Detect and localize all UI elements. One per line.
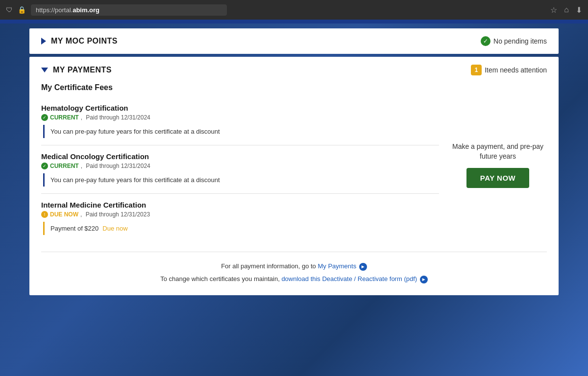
internal-medicine-paid-through-text: Paid through 12/31/2023 — [86, 211, 150, 218]
hematology-status-line: ✓ CURRENT , Paid through 12/31/2024 — [41, 114, 439, 121]
url-prefix: https://portal. — [36, 6, 73, 14]
moc-status-label: No pending items — [493, 37, 547, 45]
oncology-info-box: You can pre-pay future years for this ce… — [43, 173, 439, 187]
internal-medicine-warning-box: Payment of $220 Due now — [43, 222, 439, 235]
star-icon[interactable]: ☆ — [550, 5, 557, 15]
footer-line2-prefix: To change which certificates you maintai… — [160, 275, 281, 282]
attention-label: Item needs attention — [485, 66, 547, 74]
pay-panel: Make a payment, and pre-pay future years… — [449, 83, 547, 242]
address-bar[interactable]: https://portal.abim.org — [31, 4, 227, 16]
internal-medicine-cert-name: Internal Medicine Certification — [41, 201, 439, 209]
moc-section: MY MOC POINTS ✓ No pending items — [29, 28, 559, 54]
payments-section-header[interactable]: MY PAYMENTS 1 Item needs attention — [29, 57, 559, 83]
payments-footer: For all payment information, go to My Pa… — [29, 252, 559, 295]
oncology-cert-name: Medical Oncology Certification — [41, 152, 439, 161]
top-strip — [0, 20, 588, 24]
payments-section: MY PAYMENTS 1 Item needs attention My Ce… — [29, 57, 559, 295]
hematology-paid-through-text: Paid through 12/31/2024 — [86, 114, 150, 121]
download-icon[interactable]: ⬇ — [576, 5, 582, 15]
hematology-paid-through: , — [81, 114, 84, 121]
shield-icon: 🛡 — [6, 6, 13, 14]
moc-section-header[interactable]: MY MOC POINTS ✓ No pending items — [29, 28, 559, 54]
hematology-cert-name: Hematology Certification — [41, 104, 439, 112]
cert-block-hematology: Hematology Certification ✓ CURRENT , Pai… — [41, 97, 439, 145]
footer-line2: To change which certificates you maintai… — [41, 273, 547, 285]
my-payments-link[interactable]: My Payments — [318, 262, 356, 270]
certificates-area: My Certificate Fees Hematology Certifica… — [41, 83, 439, 242]
cert-block-internal-medicine: Internal Medicine Certification ! DUE NO… — [41, 194, 439, 242]
check-circle-icon: ✓ — [481, 36, 490, 46]
cert-block-oncology: Medical Oncology Certification ✓ CURRENT… — [41, 145, 439, 194]
payments-section-body: My Certificate Fees Hematology Certifica… — [29, 83, 559, 252]
moc-status: ✓ No pending items — [481, 36, 547, 46]
oncology-info-text: You can pre-pay future years for this ce… — [50, 176, 220, 184]
home-icon[interactable]: ⌂ — [564, 5, 569, 15]
moc-expand-arrow — [41, 38, 46, 45]
moc-title-wrap: MY MOC POINTS — [41, 37, 118, 46]
oncology-paid-through-text: Paid through 12/31/2024 — [86, 163, 150, 169]
lock-icon: 🔒 — [18, 6, 26, 14]
hematology-status-label: CURRENT — [50, 114, 79, 121]
my-payments-arrow-icon: ► — [359, 263, 367, 271]
deactivate-form-link[interactable]: download this Deactivate / Reactivate fo… — [281, 275, 417, 282]
hematology-info-text: You can pre-pay future years for this ce… — [50, 128, 220, 135]
pay-description: Make a payment, and pre-pay future years — [449, 142, 547, 161]
payments-expand-arrow — [41, 68, 48, 72]
internal-medicine-due-label: Due now — [102, 225, 127, 232]
oncology-comma: , — [81, 163, 84, 169]
attention-badge: 1 Item needs attention — [471, 65, 547, 75]
browser-chrome: 🛡 🔒 https://portal.abim.org ☆ ⌂ ⬇ — [0, 0, 588, 20]
url-domain: abim.org — [73, 6, 99, 14]
attention-count: 1 — [471, 65, 482, 75]
pay-now-button[interactable]: PAY NOW — [466, 168, 529, 188]
internal-medicine-status-line: ! DUE NOW , Paid through 12/31/2023 — [41, 211, 439, 218]
oncology-status-label: CURRENT — [50, 163, 79, 169]
browser-actions: ☆ ⌂ ⬇ — [550, 5, 582, 15]
internal-medicine-payment-text: Payment of $220 — [50, 225, 98, 232]
internal-medicine-comma: , — [80, 211, 84, 218]
deactivate-form-arrow-icon: ► — [420, 276, 428, 283]
internal-medicine-status-label: DUE NOW — [50, 211, 78, 218]
payments-section-title: MY PAYMENTS — [53, 66, 112, 74]
cert-fees-heading: My Certificate Fees — [41, 83, 439, 92]
hematology-info-box: You can pre-pay future years for this ce… — [43, 125, 439, 138]
internal-medicine-status-icon: ! — [41, 211, 48, 218]
oncology-status-icon: ✓ — [41, 163, 48, 169]
moc-section-title: MY MOC POINTS — [51, 37, 118, 46]
main-content: MY MOC POINTS ✓ No pending items MY PAYM… — [0, 24, 588, 303]
footer-line1: For all payment information, go to My Pa… — [41, 260, 547, 273]
payments-title-wrap: MY PAYMENTS — [41, 66, 112, 74]
hematology-status-icon: ✓ — [41, 114, 48, 121]
footer-line1-prefix: For all payment information, go to — [221, 262, 318, 270]
oncology-status-line: ✓ CURRENT , Paid through 12/31/2024 — [41, 163, 439, 169]
